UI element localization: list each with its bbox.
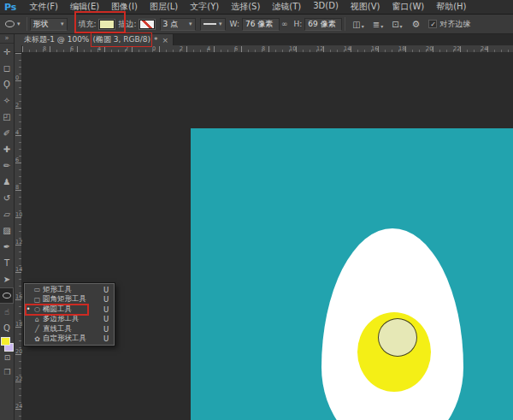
tool-shortcut: U xyxy=(103,334,114,343)
brush-tool[interactable]: ✏ xyxy=(0,157,14,174)
shape-tool-flyout-menu: ▭矩形工具U▢圆角矩形工具U•○椭圆工具U⌂多边形工具U╱直线工具U✿自定形状工… xyxy=(24,283,115,346)
ruler-origin-corner[interactable] xyxy=(15,45,22,53)
menu-item-文件(F)[interactable]: 文件(F) xyxy=(23,1,64,13)
menu-item-line-tool-label: 直线工具 xyxy=(43,324,103,334)
menu-item-polygon-tool[interactable]: ⌂多边形工具U xyxy=(25,315,114,325)
healing-brush-tool[interactable]: ✚ xyxy=(0,141,14,157)
clone-stamp-tool[interactable]: ♟ xyxy=(0,174,14,190)
stroke-width-field[interactable]: 3 点 ▾ xyxy=(160,18,196,31)
eyedropper-tool-icon: ✐ xyxy=(3,128,10,138)
path-alignment-button[interactable]: ≣▾ xyxy=(369,20,387,29)
tool-shortcut: U xyxy=(103,325,114,334)
polygon-icon: ⌂ xyxy=(32,316,43,323)
stroke-style-dropdown[interactable]: ▾ xyxy=(200,18,226,31)
menu-item-rounded-rectangle-tool[interactable]: ▢圆角矩形工具U xyxy=(25,295,114,305)
ruler-label: 4 xyxy=(15,129,19,136)
path-arrangement-button[interactable]: ⊡▾ xyxy=(387,20,406,29)
ruler-label: 8 xyxy=(43,45,46,52)
menu-item-选择(S)[interactable]: 选择(S) xyxy=(225,1,266,13)
type-tool[interactable]: T xyxy=(0,255,14,271)
move-tool[interactable]: ✛ xyxy=(0,44,14,60)
marquee-tool-icon: ◻ xyxy=(3,63,10,73)
geometry-options-gear-icon[interactable]: ⚙ xyxy=(407,19,426,30)
zoom-tool[interactable]: Q xyxy=(0,320,14,336)
stroke-style-line-icon xyxy=(203,23,216,25)
menu-bar: Ps 文件(F)编辑(E)图像(I)图层(L)文字(Y)选择(S)滤镜(T)3D… xyxy=(0,0,513,15)
tool-preset-dropdown[interactable]: ▾ xyxy=(0,21,24,27)
tool-mode-select[interactable]: 形状 ▾ xyxy=(30,18,68,31)
move-tool-icon: ✛ xyxy=(3,47,10,56)
vertical-ruler[interactable]: 024681012141618202224 xyxy=(15,53,22,420)
ruler-label: 2 xyxy=(15,102,19,109)
menu-item-滤镜(T)[interactable]: 滤镜(T) xyxy=(266,1,307,13)
close-tab-icon[interactable]: × xyxy=(162,36,168,44)
marquee-tool[interactable]: ◻ xyxy=(0,60,14,76)
tool-shortcut: U xyxy=(103,315,114,323)
collapse-panel-chevron-icon[interactable]: » xyxy=(0,34,14,44)
egg-inner-ellipse-shape[interactable] xyxy=(378,318,417,357)
tool-buttons: ✛◻Ϙ✧◰✐✚✏♟↺▱▨✒T➤☝Q xyxy=(0,44,14,336)
horizontal-ruler[interactable]: 8642024681012141618202224 xyxy=(22,45,513,53)
layer-colormode-text: (椭圆 3, RGB/8) xyxy=(92,35,150,44)
quick-mask-button[interactable]: ⊡ xyxy=(0,353,15,362)
gradient-tool[interactable]: ▨ xyxy=(0,222,14,239)
unsaved-marker: * xyxy=(154,36,158,44)
divider xyxy=(345,17,345,31)
menu-item-ellipse-tool[interactable]: •○椭圆工具U xyxy=(25,305,114,315)
brush-tool-icon: ✏ xyxy=(3,161,10,170)
ruler-label: 16 xyxy=(371,45,378,52)
align-edges-checkbox[interactable]: ✓ xyxy=(428,20,437,28)
crop-tool[interactable]: ◰ xyxy=(0,109,14,125)
ruler-label: 0 xyxy=(152,45,156,52)
menu-item-3D(D)[interactable]: 3D(D) xyxy=(307,1,345,13)
crop-tool-icon: ◰ xyxy=(3,112,10,121)
width-field[interactable]: 76 像素 xyxy=(242,18,280,31)
link-dimensions-icon[interactable]: ∞ xyxy=(281,20,288,28)
screen-mode-button[interactable]: ❐ xyxy=(0,368,15,376)
divider xyxy=(27,17,27,31)
document-tab[interactable]: 未标题-1 @ 100% (椭圆 3, RGB/8) * × xyxy=(15,34,174,45)
path-selection-tool[interactable]: ➤ xyxy=(0,271,14,287)
current-tool-dot: • xyxy=(25,305,32,313)
menu-item-图层(L)[interactable]: 图层(L) xyxy=(144,1,184,13)
quick-selection-tool[interactable]: ✧ xyxy=(0,92,14,109)
ruler-label: 10 xyxy=(289,45,296,52)
stroke-color-swatch[interactable] xyxy=(139,20,155,29)
menu-item-custom-shape-tool-label: 自定形状工具 xyxy=(43,334,103,344)
foreground-color-swatch[interactable] xyxy=(1,337,10,346)
lasso-tool[interactable]: Ϙ xyxy=(0,76,14,92)
tool-shortcut: U xyxy=(103,295,114,304)
photoshop-window: Ps 文件(F)编辑(E)图像(I)图层(L)文字(Y)选择(S)滤镜(T)3D… xyxy=(0,0,513,420)
ellipse-icon xyxy=(3,293,11,299)
rounded-rectangle-icon: ▢ xyxy=(32,296,43,304)
menu-item-窗口(W)[interactable]: 窗口(W) xyxy=(386,1,430,13)
menu-item-文字(Y)[interactable]: 文字(Y) xyxy=(184,1,225,13)
menu-item-编辑(E)[interactable]: 编辑(E) xyxy=(64,1,105,13)
tool-shortcut: U xyxy=(103,305,114,314)
hand-tool[interactable]: ☝ xyxy=(0,304,14,320)
path-operations-icon: ◫ xyxy=(352,20,360,29)
path-operations-button[interactable]: ◫▾ xyxy=(348,20,368,29)
history-brush-tool[interactable]: ↺ xyxy=(0,190,14,206)
menu-item-line-tool[interactable]: ╱直线工具U xyxy=(25,324,114,334)
history-brush-tool-icon: ↺ xyxy=(3,193,10,203)
ruler-label: 18 xyxy=(398,45,405,52)
menu-item-帮助(H)[interactable]: 帮助(H) xyxy=(430,1,472,13)
ruler-label: 20 xyxy=(426,45,433,52)
height-field[interactable]: 69 像素 xyxy=(304,18,342,31)
eyedropper-tool[interactable]: ✐ xyxy=(0,125,14,141)
ellipse-icon: ○ xyxy=(32,305,43,313)
stroke-width-value: 3 点 xyxy=(163,19,179,30)
canvas[interactable] xyxy=(191,128,513,420)
ruler-label: 0 xyxy=(15,74,19,81)
fill-color-swatch[interactable] xyxy=(99,20,115,29)
menu-item-rectangle-tool[interactable]: ▭矩形工具U xyxy=(25,285,114,295)
eraser-tool[interactable]: ▱ xyxy=(0,206,14,222)
menu-item-视图(V)[interactable]: 视图(V) xyxy=(345,1,386,13)
ellipse-shape-tool[interactable] xyxy=(0,287,14,304)
tool-mode-value: 形状 xyxy=(33,19,49,30)
menu-item-custom-shape-tool[interactable]: ✿自定形状工具U xyxy=(25,334,114,345)
path-arrangement-icon: ⊡ xyxy=(392,20,398,29)
pen-tool[interactable]: ✒ xyxy=(0,239,14,255)
menu-item-图像(I)[interactable]: 图像(I) xyxy=(105,1,144,13)
